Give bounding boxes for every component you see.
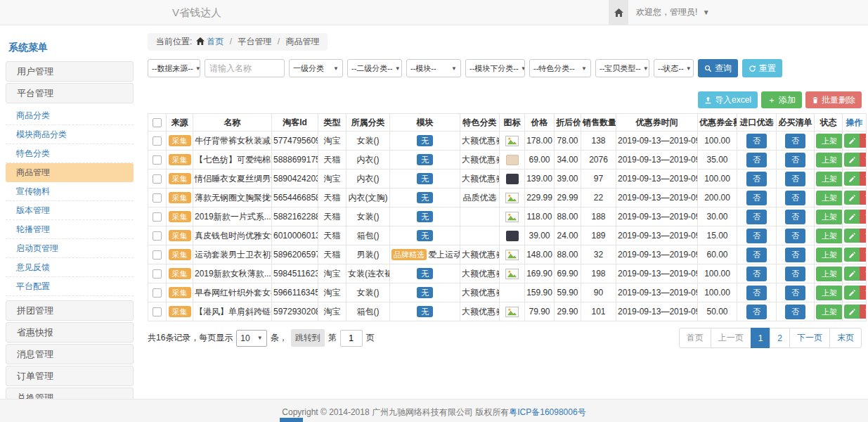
row-checkbox[interactable]: [153, 269, 162, 279]
page-button[interactable]: 2: [770, 328, 790, 348]
module-select[interactable]: --模块--▼: [406, 59, 461, 77]
batch-delete-button[interactable]: 批量删除: [805, 91, 862, 108]
sidebar-subitem[interactable]: 版本管理: [6, 201, 134, 220]
sidebar-subitem[interactable]: 特色分类: [6, 144, 134, 163]
name-search-input[interactable]: [205, 59, 285, 77]
import-select-toggle[interactable]: 否: [746, 248, 767, 262]
module-subcategory-select[interactable]: --模块下分类--▼: [465, 59, 525, 77]
delete-button[interactable]: [860, 248, 867, 262]
delete-button[interactable]: [860, 229, 867, 243]
delete-button[interactable]: [860, 210, 867, 224]
status-button[interactable]: 上架: [816, 172, 843, 186]
page-button[interactable]: 上一页: [711, 328, 751, 348]
import-excel-button[interactable]: 导入excel: [698, 91, 758, 108]
delete-button[interactable]: [860, 191, 867, 205]
delete-button[interactable]: [860, 134, 867, 148]
must-buy-toggle[interactable]: 否: [785, 172, 805, 186]
row-checkbox[interactable]: [153, 307, 162, 316]
icp-link[interactable]: 粤ICP备16098006号: [509, 407, 585, 417]
edit-button[interactable]: [844, 153, 860, 167]
sidebar-subitem[interactable]: 启动页管理: [6, 239, 134, 258]
status-button[interactable]: 上架: [816, 191, 843, 205]
level2-category-select[interactable]: --二级分类--▼: [347, 59, 402, 77]
sidebar-group-item[interactable]: 订单管理: [6, 366, 134, 386]
sidebar-subitem[interactable]: 轮播管理: [6, 220, 134, 239]
status-button[interactable]: 上架: [816, 286, 843, 300]
edit-button[interactable]: [844, 286, 860, 300]
status-button[interactable]: 上架: [816, 134, 843, 148]
must-buy-toggle[interactable]: 否: [785, 248, 805, 262]
page-number-input[interactable]: [340, 330, 363, 347]
page-button[interactable]: 首页: [679, 328, 711, 348]
page-button[interactable]: 下一页: [789, 328, 830, 348]
sidebar-subitem[interactable]: 平台配置: [6, 277, 134, 296]
user-menu[interactable]: 欢迎您，管理员! ▼: [636, 0, 710, 25]
row-checkbox[interactable]: [153, 288, 162, 298]
feature-category-select[interactable]: --特色分类--▼: [529, 59, 591, 77]
row-checkbox[interactable]: [153, 250, 162, 260]
delete-button[interactable]: [860, 172, 867, 186]
must-buy-toggle[interactable]: 否: [785, 153, 805, 167]
import-select-toggle[interactable]: 否: [746, 134, 767, 148]
home-nav-button[interactable]: [609, 0, 628, 25]
add-button[interactable]: ＋ 添加: [761, 91, 802, 108]
import-select-toggle[interactable]: 否: [746, 210, 767, 224]
sidebar-group-item[interactable]: 省惠快报: [6, 322, 134, 343]
status-button[interactable]: 上架: [816, 229, 843, 243]
row-checkbox[interactable]: [153, 136, 162, 146]
reset-button[interactable]: 重置: [742, 59, 782, 77]
status-button[interactable]: 上架: [816, 248, 843, 262]
edit-button[interactable]: [844, 305, 860, 319]
must-buy-toggle[interactable]: 否: [785, 134, 805, 148]
status-button[interactable]: 上架: [816, 153, 843, 167]
sidebar-group-item[interactable]: 拼团管理: [6, 300, 134, 321]
must-buy-toggle[interactable]: 否: [785, 267, 805, 281]
status-select[interactable]: --状态--▼: [654, 59, 694, 77]
row-checkbox[interactable]: [153, 212, 162, 222]
edit-button[interactable]: [844, 172, 860, 186]
sidebar-group-item[interactable]: 消息管理: [6, 344, 134, 364]
import-select-toggle[interactable]: 否: [746, 305, 767, 319]
delete-button[interactable]: [860, 286, 867, 300]
import-select-toggle[interactable]: 否: [746, 286, 767, 300]
must-buy-toggle[interactable]: 否: [785, 305, 805, 319]
page-button[interactable]: 末页: [829, 328, 862, 348]
edit-button[interactable]: [844, 248, 860, 262]
data-source-select[interactable]: --数据来源--▼: [148, 59, 200, 77]
must-buy-toggle[interactable]: 否: [785, 286, 805, 300]
status-button[interactable]: 上架: [816, 267, 843, 281]
edit-button[interactable]: [844, 134, 860, 148]
breadcrumb-home-link[interactable]: 首页: [207, 37, 224, 46]
sidebar-subitem[interactable]: 商品分类: [6, 106, 134, 125]
item-type-select[interactable]: --宝贝类型--▼: [595, 59, 649, 77]
import-select-toggle[interactable]: 否: [746, 191, 767, 205]
status-button[interactable]: 上架: [816, 210, 843, 224]
row-checkbox[interactable]: [153, 231, 162, 241]
delete-button[interactable]: [860, 267, 867, 281]
delete-button[interactable]: [860, 153, 867, 167]
row-checkbox[interactable]: [153, 193, 162, 203]
sidebar-subitem[interactable]: 意见反馈: [6, 258, 134, 277]
page-button[interactable]: 1: [751, 328, 771, 348]
row-checkbox[interactable]: [153, 174, 162, 184]
sidebar-subitem[interactable]: 模块商品分类: [6, 125, 134, 144]
import-select-toggle[interactable]: 否: [746, 153, 767, 167]
sidebar-group-item[interactable]: 用户管理: [6, 61, 134, 82]
per-page-select[interactable]: 10 ▼: [236, 330, 266, 347]
import-select-toggle[interactable]: 否: [746, 172, 767, 186]
search-button[interactable]: 查询: [698, 59, 738, 77]
delete-button[interactable]: [860, 305, 867, 319]
jump-to-button[interactable]: 跳转到: [291, 329, 325, 347]
row-checkbox[interactable]: [153, 155, 162, 165]
edit-button[interactable]: [844, 210, 860, 224]
sidebar-subitem[interactable]: 商品管理: [6, 163, 134, 182]
import-select-toggle[interactable]: 否: [746, 229, 767, 243]
edit-button[interactable]: [844, 229, 860, 243]
sidebar-subitem[interactable]: 宣传物料: [6, 182, 134, 201]
edit-button[interactable]: [844, 191, 860, 205]
must-buy-toggle[interactable]: 否: [785, 210, 805, 224]
edit-button[interactable]: [844, 267, 860, 281]
status-button[interactable]: 上架: [816, 305, 843, 319]
must-buy-toggle[interactable]: 否: [785, 229, 805, 243]
import-select-toggle[interactable]: 否: [746, 267, 767, 281]
